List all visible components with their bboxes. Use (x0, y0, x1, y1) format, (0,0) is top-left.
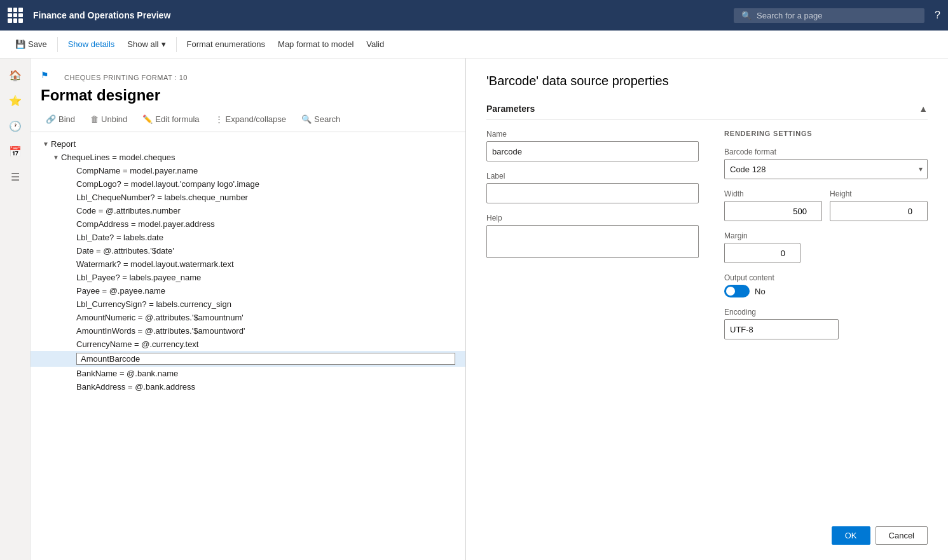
name-input[interactable] (486, 141, 699, 161)
output-content-group: Output content No (724, 273, 928, 297)
tree-item[interactable]: Code = @.attributes.number (31, 204, 465, 217)
properties-panel: 'Barcode' data source properties Paramet… (466, 58, 948, 560)
toggle-thumb (726, 287, 735, 296)
tree-item[interactable]: Payee = @.payee.name (31, 284, 465, 297)
cancel-button[interactable]: Cancel (876, 526, 928, 545)
help-field-group: Help (486, 214, 699, 261)
main-container: 🏠 ⭐ 🕐 📅 ☰ ⚑ CHEQUES PRINTING FORMAT : 10… (0, 58, 948, 560)
page-title: Format designer (31, 84, 465, 112)
encoding-field-group: Encoding (724, 308, 928, 339)
tree-item[interactable]: BankAddress = @.bank.address (31, 380, 465, 393)
width-field-group: Width (724, 189, 822, 221)
format-enumerations-button[interactable]: Format enumerations (182, 36, 271, 53)
width-input[interactable] (724, 201, 822, 221)
tree-item[interactable]: CompAddress = model.payer.address (31, 217, 465, 231)
barcode-format-select-wrapper: Code 128 QR Code EAN-13 UPC-A PDF417 ▾ (724, 159, 928, 179)
width-label: Width (724, 189, 822, 198)
list-icon-button[interactable]: ☰ (4, 165, 27, 188)
tree-item[interactable]: Lbl_Payee? = labels.payee_name (31, 271, 465, 284)
help-label: Help (486, 214, 699, 222)
label-field-group: Label (486, 172, 699, 203)
barcode-format-group: Barcode format Code 128 QR Code EAN-13 U… (724, 147, 928, 179)
margin-input[interactable] (724, 243, 800, 263)
tree-item[interactable]: Lbl_CurrencySign? = labels.currency_sign (31, 297, 465, 311)
output-content-value: No (755, 287, 766, 296)
props-left: Name Label Help (486, 130, 699, 350)
home-icon-button[interactable]: 🏠 (4, 64, 27, 86)
props-layout: Name Label Help RENDERING SETTINGS Barco… (486, 130, 928, 350)
panel-title: 'Barcode' data source properties (486, 74, 928, 88)
bind-button[interactable]: 🔗 Bind (41, 112, 80, 126)
ok-button[interactable]: OK (832, 526, 870, 545)
barcode-format-label: Barcode format (724, 147, 928, 156)
show-details-button[interactable]: Show details (63, 36, 120, 53)
main-toolbar: 💾 Save Show details Show all ▾ Format en… (0, 31, 948, 58)
edit-formula-button[interactable]: ✏️ Edit formula (137, 112, 204, 126)
height-input[interactable] (830, 201, 928, 221)
breadcrumb: CHEQUES PRINTING FORMAT : 10 (54, 66, 198, 84)
search-button[interactable]: 🔍 Search (296, 112, 345, 126)
app-grid-icon[interactable] (8, 8, 23, 23)
props-right: RENDERING SETTINGS Barcode format Code 1… (724, 130, 928, 350)
star-icon-button[interactable]: ⭐ (4, 89, 27, 112)
help-input[interactable] (486, 225, 699, 258)
format-toolbar: 🔗 Bind 🗑 Unbind ✏️ Edit formula ⋮ Expand… (31, 112, 465, 132)
label-input[interactable] (486, 183, 699, 203)
output-content-label: Output content (724, 273, 928, 282)
panel-footer: OK Cancel (832, 526, 928, 545)
bind-icon: 🔗 (46, 114, 56, 124)
top-search-bar[interactable]: 🔍 Search for a page (734, 8, 924, 23)
expand-icon: ⋮ (215, 114, 223, 124)
divider2 (176, 37, 177, 52)
calendar-icon-button[interactable]: 📅 (4, 140, 27, 163)
output-content-toggle[interactable] (724, 285, 750, 297)
valid-button[interactable]: Valid (361, 36, 389, 53)
expand-collapse-button[interactable]: ⋮ Expand/collapse (210, 112, 291, 126)
help-icon[interactable]: ? (935, 10, 940, 21)
map-format-button[interactable]: Map format to model (273, 36, 359, 53)
tree-item[interactable]: AmountInWords = @.attributes.'$amountwor… (31, 324, 465, 338)
edit-icon: ✏️ (142, 114, 153, 124)
top-nav: Finance and Operations Preview 🔍 Search … (0, 0, 948, 31)
section-header: Parameters ▲ (486, 104, 928, 120)
search-small-icon: 🔍 (301, 114, 312, 124)
tree-item[interactable]: CompName = model.payer.name (31, 164, 465, 177)
tree-item[interactable]: ▼ Report (31, 137, 465, 151)
rendering-settings-header: RENDERING SETTINGS (724, 130, 928, 137)
margin-field-group: Margin (724, 231, 928, 263)
tree-item-selected[interactable]: AmountBarcode (31, 351, 465, 367)
tree-item[interactable]: CompLogo? = model.layout.'company logo'.… (31, 177, 465, 191)
tree-item[interactable]: CurrencyName = @.currency.text (31, 338, 465, 351)
unbind-button[interactable]: 🗑 Unbind (85, 112, 132, 126)
output-content-toggle-row: No (724, 285, 928, 297)
tree-item[interactable]: BankName = @.bank.name (31, 367, 465, 380)
height-field-group: Height (830, 189, 928, 221)
show-all-button[interactable]: Show all ▾ (122, 36, 170, 53)
tree-item[interactable]: Lbl_Date? = labels.date (31, 231, 465, 244)
search-icon: 🔍 (741, 11, 752, 20)
height-label: Height (830, 189, 928, 198)
label-label: Label (486, 172, 699, 181)
tree-item[interactable]: AmountNumeric = @.attributes.'$amountnum… (31, 311, 465, 324)
unbind-icon: 🗑 (90, 114, 99, 124)
left-panel: ⚑ CHEQUES PRINTING FORMAT : 10 Format de… (31, 58, 466, 560)
arrow-icon: ▼ (41, 140, 51, 147)
arrow-icon: ▼ (51, 154, 61, 161)
width-height-row: Width Height (724, 189, 928, 221)
tree-area: ▼ Report ▼ ChequeLines = model.cheques C… (31, 132, 465, 560)
tree-item[interactable]: Date = @.attributes.'$date' (31, 244, 465, 257)
tree-item[interactable]: Watermark? = model.layout.watermark.text (31, 257, 465, 271)
collapse-button[interactable]: ▲ (919, 104, 928, 114)
save-button[interactable]: 💾 Save (10, 36, 52, 53)
tree-item[interactable]: Lbl_ChequeNumber? = labels.cheque_number (31, 191, 465, 204)
name-field-group: Name (486, 130, 699, 161)
save-icon: 💾 (15, 39, 25, 49)
encoding-input[interactable] (724, 319, 839, 339)
chevron-down-icon: ▾ (161, 39, 166, 49)
barcode-format-select[interactable]: Code 128 QR Code EAN-13 UPC-A PDF417 (724, 159, 928, 179)
margin-label: Margin (724, 231, 928, 240)
section-label: Parameters (486, 104, 535, 114)
tree-item[interactable]: ▼ ChequeLines = model.cheques (31, 151, 465, 164)
app-title: Finance and Operations Preview (33, 10, 724, 20)
clock-icon-button[interactable]: 🕐 (4, 114, 27, 137)
